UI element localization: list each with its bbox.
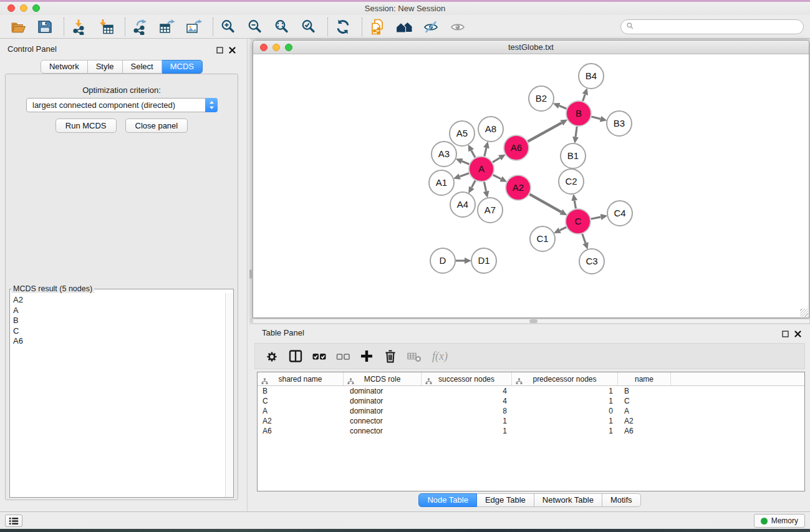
graph-edge-C-C3[interactable] (582, 234, 586, 243)
graph-node-A8[interactable]: A8 (478, 117, 503, 142)
graph-edge-B-B4[interactable] (583, 94, 586, 101)
graph-edge-B-B2[interactable] (559, 106, 567, 109)
graph-node-C3[interactable]: C3 (579, 249, 604, 274)
table-row[interactable]: A2connector11A2 (258, 416, 804, 426)
table-cell[interactable]: A (618, 406, 671, 416)
graph-edge-A-A2[interactable] (493, 175, 501, 179)
close-panel-icon[interactable] (229, 45, 236, 56)
graph-node-A1[interactable]: A1 (429, 170, 454, 195)
graph-node-A6[interactable]: A6 (504, 135, 529, 160)
mcds-result-item[interactable]: C (13, 326, 225, 337)
add-column-icon[interactable] (359, 348, 375, 364)
save-session-icon[interactable] (36, 17, 54, 36)
select-all-columns-icon[interactable] (311, 348, 327, 364)
graph-node-A4[interactable]: A4 (450, 192, 475, 217)
network-graph[interactable]: AA1A2A3A4A5A6A7A8BB1B2B3B4CC1C2C3C4DD1 (253, 54, 809, 317)
graph-edge-C-C1[interactable] (560, 227, 566, 230)
table-cell[interactable]: A2 (258, 416, 344, 426)
network-canvas[interactable]: AA1A2A3A4A5A6A7A8BB1B2B3B4CC1C2C3C4DD1 (253, 54, 809, 317)
minimize-window-button[interactable] (20, 4, 27, 12)
graph-node-C[interactable]: C (566, 209, 591, 234)
mcds-result-item[interactable]: A2 (13, 295, 225, 306)
graph-node-B[interactable]: B (566, 101, 591, 126)
zoom-fit-icon[interactable] (272, 17, 291, 36)
table-cell[interactable]: 1 (512, 416, 618, 426)
graph-edge-A-A3[interactable] (462, 162, 470, 165)
mcds-result-item[interactable]: A (13, 306, 225, 316)
table-cell[interactable]: connector (344, 426, 422, 436)
desktop-vertical-scrollbar[interactable] (249, 40, 252, 318)
tab-motifs[interactable]: Motifs (602, 493, 641, 507)
mcds-result-item[interactable]: B (13, 316, 225, 326)
export-network-icon[interactable] (131, 17, 150, 36)
close-panel-button[interactable]: Close panel (125, 118, 188, 133)
table-cell[interactable]: 1 (422, 426, 512, 436)
network-minimize-button[interactable] (272, 44, 280, 51)
graph-edge-A6-B[interactable] (528, 123, 561, 142)
desktop-horizontal-scrollbar[interactable] (253, 319, 810, 324)
network-close-button[interactable] (260, 44, 268, 51)
graph-edge-A-A5[interactable] (471, 150, 475, 157)
column-header-predecessor-nodes[interactable]: predecessor nodes (512, 372, 618, 385)
table-cell[interactable]: 8 (422, 406, 512, 416)
refresh-view-icon[interactable] (334, 17, 352, 36)
export-table-icon[interactable] (158, 17, 176, 36)
tab-network[interactable]: Network (41, 60, 88, 74)
table-cell[interactable]: A6 (618, 426, 671, 436)
unselect-all-columns-icon[interactable] (335, 348, 351, 364)
graph-edge-C-C4[interactable] (591, 217, 601, 219)
show-view-icon[interactable] (448, 17, 467, 36)
graph-edge-C-C2[interactable] (574, 201, 576, 209)
graph-edge-B-B3[interactable] (591, 117, 600, 119)
zoom-out-icon[interactable] (246, 17, 264, 36)
hide-view-icon[interactable] (422, 17, 440, 36)
table-cell[interactable]: 1 (512, 426, 618, 436)
run-mcds-button[interactable]: Run MCDS (55, 118, 117, 133)
tab-style[interactable]: Style (88, 60, 123, 74)
table-cell[interactable]: 1 (512, 386, 618, 396)
column-header-name[interactable]: name (618, 372, 671, 385)
column-header-MCDS-role[interactable]: MCDS role (344, 372, 422, 385)
graph-node-D1[interactable]: D1 (471, 248, 496, 273)
graph-node-A[interactable]: A (469, 157, 494, 181)
graph-edge-A-A8[interactable] (485, 148, 486, 156)
table-cell[interactable]: A (258, 406, 344, 416)
graph-node-C1[interactable]: C1 (530, 226, 555, 251)
table-cell[interactable]: 4 (422, 396, 512, 406)
optimization-select[interactable]: largest connected component (directed) (26, 98, 218, 112)
tab-mcds[interactable]: MCDS (162, 60, 203, 74)
import-table-icon[interactable] (97, 17, 115, 36)
tab-node-table[interactable]: Node Table (418, 493, 477, 507)
column-header-shared-name[interactable]: shared name (258, 372, 344, 385)
graph-node-A7[interactable]: A7 (478, 198, 503, 223)
graph-edge-A-A7[interactable] (484, 182, 486, 191)
float-panel-icon[interactable] (216, 45, 223, 56)
table-row[interactable]: Adominator80A (258, 406, 804, 416)
table-cell[interactable]: 4 (422, 386, 512, 396)
tab-select[interactable]: Select (123, 60, 162, 74)
network-zoom-button[interactable] (285, 44, 292, 51)
search-field[interactable] (620, 19, 804, 34)
table-cell[interactable]: 1 (422, 416, 512, 426)
table-row[interactable]: Bdominator41B (258, 386, 804, 396)
table-cell[interactable]: C (258, 396, 344, 406)
show-all-network-windows-icon[interactable] (395, 17, 413, 36)
split-columns-icon[interactable] (287, 348, 304, 364)
close-window-button[interactable] (7, 4, 15, 12)
column-header-successor-nodes[interactable]: successor nodes (422, 372, 512, 385)
table-cell[interactable]: A2 (618, 416, 671, 426)
table-cell[interactable]: B (258, 386, 344, 396)
graph-node-D[interactable]: D (430, 248, 455, 273)
table-cell[interactable]: dominator (344, 406, 422, 416)
memory-button[interactable]: Memory (754, 514, 805, 528)
task-history-button[interactable] (5, 515, 22, 527)
graph-node-B4[interactable]: B4 (579, 64, 604, 89)
graph-node-C2[interactable]: C2 (559, 169, 584, 194)
clone-network-icon[interactable] (368, 17, 387, 36)
delete-columns-icon[interactable] (382, 348, 398, 364)
table-cell[interactable]: dominator (344, 386, 422, 396)
float-table-panel-icon[interactable] (782, 329, 789, 340)
tab-edge-table[interactable]: Edge Table (477, 493, 534, 507)
close-table-panel-icon[interactable] (794, 329, 801, 340)
result-scrollbar[interactable] (225, 293, 233, 497)
